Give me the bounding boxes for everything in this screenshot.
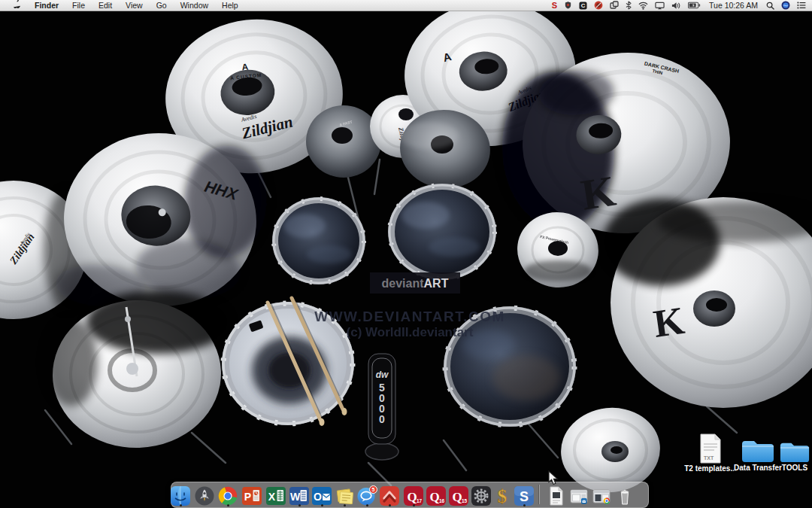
menu-go[interactable]: Go (150, 0, 174, 11)
dock-powerpoint-icon[interactable]: P (241, 485, 262, 506)
menu-bar: Finder File Edit View Go Window Help S C… (0, 0, 812, 11)
dock-quickbooks-2016-icon[interactable]: Q 16 (426, 485, 447, 506)
dock-quickbooks-2015-icon[interactable]: Q 15 (448, 485, 469, 506)
wifi-icon[interactable] (638, 2, 648, 10)
dock-outlook-icon[interactable]: O (311, 485, 332, 506)
running-indicator (523, 504, 526, 506)
dock-minimized-window-chrome[interactable] (591, 485, 612, 506)
dock-excel-icon[interactable]: X (265, 485, 286, 506)
watermark-url: WWW.DEVIANTART.COM (314, 309, 505, 324)
txt-file-icon: TXT (698, 433, 723, 464)
dock-settings-icon[interactable] (471, 485, 492, 506)
siri-icon[interactable] (781, 1, 790, 10)
dock-s-app-icon[interactable]: S (514, 485, 535, 506)
running-indicator (227, 504, 229, 506)
dock-chrome-icon[interactable] (217, 485, 238, 506)
svg-text:O: O (314, 491, 322, 503)
display-mirroring-icon[interactable] (655, 2, 665, 10)
desktop-icon-label: TOOLS (768, 464, 812, 472)
svg-text:W: W (290, 491, 301, 503)
menu-view[interactable]: View (119, 0, 150, 11)
shield-icon[interactable] (564, 1, 572, 10)
dock-separator (538, 485, 539, 504)
dock-word-icon[interactable]: W (289, 485, 310, 506)
menu-bar-clock[interactable]: Tue 10:26 AM (707, 1, 759, 10)
svg-text:TXT: TXT (704, 455, 714, 461)
wallpaper-drumkit: Avedis Zildjian A A CUSTOM Avedis Zildji… (0, 0, 812, 508)
c-app-icon[interactable]: C (579, 2, 587, 10)
mouse-cursor (548, 470, 559, 489)
menu-bar-status: S C Tue 10:26 AM (552, 0, 806, 11)
dock-quickbooks-2017-icon[interactable]: Q 17 (403, 485, 424, 506)
running-indicator (321, 504, 323, 506)
desktop-screen: Avedis Zildjian A A CUSTOM Avedis Zildji… (0, 0, 812, 508)
cymbal-small-dark: A FAST (306, 105, 381, 178)
menu-file[interactable]: File (65, 0, 92, 11)
svg-text:15: 15 (462, 498, 468, 503)
running-indicator (413, 504, 415, 506)
running-indicator (389, 504, 391, 506)
floor-tom (444, 306, 576, 427)
dock-finance-icon[interactable]: $ (492, 485, 513, 506)
bluetooth-icon[interactable] (626, 1, 632, 10)
running-indicator (366, 504, 368, 506)
notification-center-icon[interactable] (797, 2, 806, 9)
battery-icon[interactable] (688, 2, 701, 9)
svg-text:Q: Q (452, 490, 462, 504)
watermark-logo: deviantART (382, 277, 449, 290)
dock-trash-icon[interactable] (614, 485, 635, 506)
desktop-icon-tools[interactable]: TOOLS (768, 440, 812, 472)
svg-text:16: 16 (439, 498, 445, 503)
desktop-icon-t2-templates[interactable]: TXT T2 templates... (684, 433, 737, 473)
rack-tom-1 (272, 197, 365, 284)
badge-count: 5 (372, 487, 375, 492)
running-indicator (344, 504, 346, 506)
menu-help[interactable]: Help (215, 0, 245, 11)
menu-window[interactable]: Window (174, 0, 215, 11)
cymbal-k-logo: K (651, 299, 688, 345)
skype-icon[interactable]: S (552, 0, 557, 11)
pedal-brand-text: dw (376, 370, 389, 380)
desktop-icon-label: T2 templates... (684, 464, 737, 473)
svg-text:S: S (520, 489, 529, 504)
spotlight-icon[interactable] (766, 2, 774, 10)
apple-icon (13, 0, 21, 9)
dock-minimized-window-outlook[interactable] (568, 485, 589, 506)
dock-finder-icon[interactable] (170, 485, 191, 506)
volume-icon[interactable] (671, 2, 681, 10)
menu-edit[interactable]: Edit (92, 0, 119, 11)
record-icon[interactable] (594, 1, 603, 10)
pedal-model-text: 5000 (379, 382, 385, 425)
folder-icon (779, 440, 810, 463)
watermark-credit: (c) WorldII.deviantart (347, 325, 474, 339)
menu-bar-left: Finder File Edit View Go Window Help (6, 0, 245, 11)
dock-stickies-icon[interactable] (334, 485, 355, 506)
running-indicator (180, 504, 182, 506)
rack-tom-2 (388, 184, 496, 280)
dock-messages-icon[interactable]: 5 (356, 485, 377, 506)
svg-text:C: C (581, 2, 586, 9)
menu-app-name[interactable]: Finder (28, 0, 65, 11)
screen-share-icon[interactable] (610, 1, 619, 10)
svg-text:Q: Q (407, 490, 417, 504)
svg-text:17: 17 (417, 498, 423, 503)
dock-launchpad-icon[interactable] (194, 485, 215, 506)
cymbal-text: A (241, 62, 249, 73)
dock-remote-access-icon[interactable] (379, 485, 400, 506)
running-indicator (298, 504, 301, 506)
svg-text:P: P (244, 491, 251, 503)
svg-text:X: X (268, 491, 276, 503)
svg-text:$: $ (498, 486, 508, 506)
svg-text:Q: Q (429, 490, 439, 504)
apple-menu-icon[interactable] (6, 0, 28, 11)
